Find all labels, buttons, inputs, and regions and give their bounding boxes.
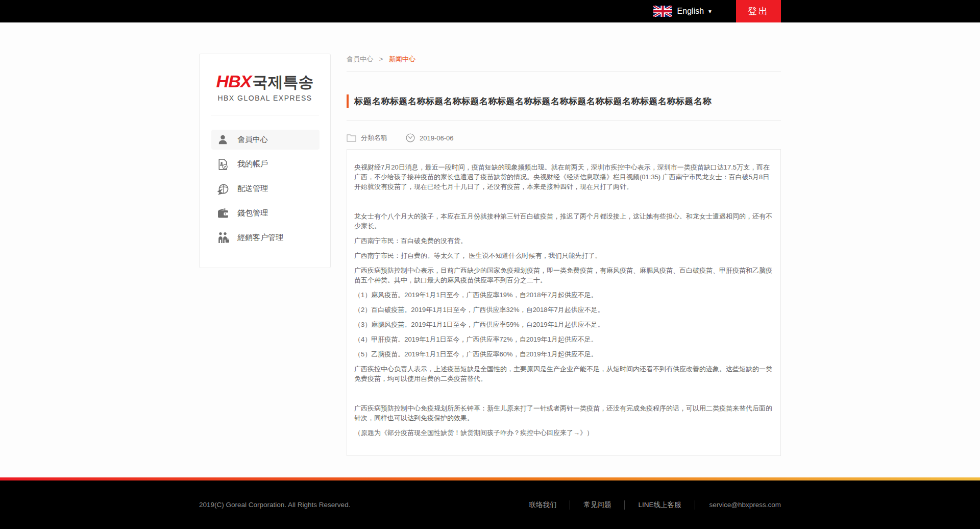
article-paragraph: （5）乙脑疫苗。2019年1月1日至今，广西供应率60%，自2019年1月起供应… bbox=[354, 349, 773, 359]
breadcrumb: 會員中心 > 新闻中心 bbox=[347, 54, 781, 72]
article-title: 标题名称标题名称标题名称标题名称标题名称标题名称标题名称标题名称标题名称标题名称 bbox=[354, 95, 712, 107]
article-meta: 分類名稱 2019-06-06 bbox=[347, 133, 781, 142]
account-document-icon bbox=[216, 158, 230, 171]
uk-flag-icon bbox=[653, 6, 672, 17]
footer-links: 联络我们 常见问题 LINE线上客服 service@hbxpress.com bbox=[516, 500, 781, 510]
main-content: 會員中心 > 新闻中心 标题名称标题名称标题名称标题名称标题名称标题名称标题名称… bbox=[347, 54, 781, 456]
article-paragraph: （4）甲肝疫苗。2019年1月1日至今，广西供应率72%，自2019年1月起供应… bbox=[354, 334, 773, 344]
sidebar-item-wallet[interactable]: 錢包管理 bbox=[211, 203, 320, 223]
footer-link-contact-us[interactable]: 联络我们 bbox=[516, 500, 570, 510]
footer-email-link[interactable]: service@hbxpress.com bbox=[695, 501, 781, 509]
brand-logo-subtitle: HBX GLOBAL EXPRESS bbox=[200, 94, 330, 102]
footer-inner: 2019(C) Goreal Corporation. All Rights R… bbox=[199, 480, 781, 529]
sidebar-item-label: 錢包管理 bbox=[237, 208, 268, 218]
sidebar-item-label: 會員中心 bbox=[237, 135, 268, 145]
brand-logo: HBX국제특송 HBX GLOBAL EXPRESS bbox=[200, 73, 330, 102]
article-category: 分類名稱 bbox=[361, 133, 387, 142]
topbar-inner: English ▼ 登出 bbox=[199, 0, 781, 22]
brand-logo-korean: 국제특송 bbox=[252, 74, 313, 90]
article-paragraph bbox=[354, 197, 773, 206]
article-paragraph: （3）麻腮风疫苗。2019年1月1日至今，广西供应率59%，自2019年1月起供… bbox=[354, 320, 773, 329]
customers-icon bbox=[216, 231, 230, 244]
article-body: 央视财经7月20日消息，最近一段时间，疫苗短缺的现象频频出现。就在前两天，深圳市… bbox=[347, 149, 781, 456]
sidebar-item-label: 經銷客户管理 bbox=[237, 233, 283, 243]
article-date-group: 2019-06-06 bbox=[406, 133, 454, 142]
article-date: 2019-06-06 bbox=[420, 134, 454, 142]
article-paragraph: 广西疾控中心负责人表示，上述疫苗短缺是全国性的，主要原因是生产企业产能不足，从短… bbox=[354, 364, 773, 383]
sidebar-item-dealer-customers[interactable]: 經銷客户管理 bbox=[211, 228, 320, 248]
topbar: English ▼ 登出 bbox=[0, 0, 980, 22]
sidebar-menu: 會員中心 我的帳戶 bbox=[200, 130, 330, 248]
brand-logo-hbx: HBX bbox=[216, 71, 252, 91]
sidebar-item-shipping[interactable]: 配送管理 bbox=[211, 179, 320, 199]
breadcrumb-news-center[interactable]: 新闻中心 bbox=[389, 55, 415, 63]
article-paragraph: （原题为《部分疫苗现全国性缺货！缺货期间孩子咋办？疾控中心回应来了→》） bbox=[354, 428, 773, 438]
footer-link-line-support[interactable]: LINE线上客服 bbox=[625, 500, 694, 510]
clock-icon bbox=[406, 133, 415, 142]
article-category-group: 分類名稱 bbox=[347, 133, 387, 142]
sidebar-item-my-account[interactable]: 我的帳戶 bbox=[211, 154, 320, 174]
article-paragraph: 广西疾病预防控制中心免疫规划所所长钟革：新生儿原来打了一针或者两针一类疫苗，还没… bbox=[354, 403, 773, 423]
article-paragraph bbox=[354, 389, 773, 398]
article-paragraph: （1）麻风疫苗。2019年1月1日至今，广西供应率19%，自2018年7月起供应… bbox=[354, 290, 773, 300]
footer: 2019(C) Goreal Corporation. All Rights R… bbox=[0, 480, 980, 529]
brand-logo-text: HBX국제특송 bbox=[200, 73, 330, 90]
title-accent-bar bbox=[347, 94, 349, 108]
article-paragraph: 广西疾病预防控制中心表示，目前广西缺少的国家免疫规划疫苗，即一类免费疫苗，有麻风… bbox=[354, 266, 773, 285]
globe-shipping-icon bbox=[216, 183, 230, 195]
wallet-icon bbox=[216, 208, 230, 219]
sidebar-item-label: 我的帳戶 bbox=[237, 159, 268, 169]
folder-icon bbox=[347, 134, 356, 142]
sidebar-item-label: 配送管理 bbox=[237, 184, 268, 194]
chevron-down-icon: ▼ bbox=[707, 9, 713, 14]
breadcrumb-separator: > bbox=[379, 55, 383, 63]
sidebar-item-member-center[interactable]: 會員中心 bbox=[211, 130, 320, 150]
logout-button[interactable]: 登出 bbox=[736, 0, 781, 22]
article-paragraph: （2）百白破疫苗。2019年1月1日至今，广西供应率32%，自2018年7月起供… bbox=[354, 305, 773, 315]
article-paragraph: 央视财经7月20日消息，最近一段时间，疫苗短缺的现象频频出现。就在前两天，深圳市… bbox=[354, 162, 773, 191]
page-container: HBX국제특송 HBX GLOBAL EXPRESS 會員中心 bbox=[199, 54, 781, 456]
article-title-row: 标题名称标题名称标题名称标题名称标题名称标题名称标题名称标题名称标题名称标题名称 bbox=[347, 94, 781, 121]
language-selector[interactable]: English ▼ bbox=[653, 6, 713, 17]
footer-link-faq[interactable]: 常见问题 bbox=[570, 500, 624, 510]
copyright-text: 2019(C) Goreal Corporation. All Rights R… bbox=[199, 501, 350, 509]
sidebar: HBX국제특송 HBX GLOBAL EXPRESS 會員中心 bbox=[199, 54, 331, 268]
article-paragraph: 广西南宁市民：打自费的。等太久了， 医生说不知道什么时候有，我们只能先打了。 bbox=[354, 251, 773, 260]
language-label: English bbox=[677, 7, 704, 16]
sidebar-divider bbox=[211, 115, 319, 115]
user-icon bbox=[216, 134, 230, 146]
article-paragraph: 龙女士有个八个月大的孩子，本应在五月份就接种第三针百白破疫苗，推迟了两个月都没接… bbox=[354, 211, 773, 231]
breadcrumb-member-center[interactable]: 會員中心 bbox=[347, 55, 373, 63]
article-paragraph: 广西南宁市民：百白破免费的没有货。 bbox=[354, 236, 773, 246]
